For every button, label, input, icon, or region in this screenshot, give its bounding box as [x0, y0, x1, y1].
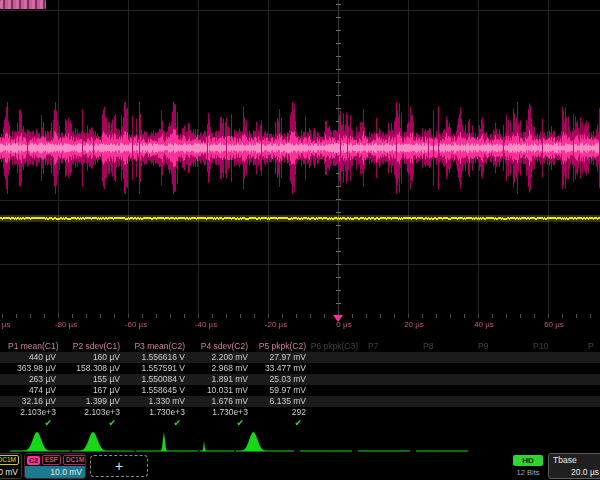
measure-cell: [580, 363, 600, 374]
measure-cell: 1.730e+3: [122, 407, 187, 418]
measure-cell: [470, 363, 525, 374]
measure-cell: [470, 374, 525, 385]
measure-cell: 2.968 mV: [187, 363, 250, 374]
top-left-trace-badge[interactable]: [0, 0, 46, 9]
time-axis-label: -40 µs: [184, 320, 228, 329]
histicon[interactable]: [300, 429, 352, 452]
measure-header[interactable]: P9: [470, 341, 525, 352]
measure-header[interactable]: P10: [525, 341, 580, 352]
histicon[interactable]: [10, 429, 70, 452]
graticule-area[interactable]: -100 µs-80 µs-60 µs-40 µs-20 µs0 µs20 µs…: [0, 0, 600, 335]
measure-cell: 32.16 µV: [8, 396, 58, 407]
measure-status: [308, 418, 360, 429]
measure-cell: 292: [250, 407, 308, 418]
measure-cell: [470, 407, 525, 418]
measure-cell: 1.556616 V: [122, 352, 187, 363]
measure-cell: 263 µV: [8, 374, 58, 385]
time-axis-label: -80 µs: [44, 320, 88, 329]
measure-cell: [308, 385, 360, 396]
trigger-position-icon[interactable]: [333, 315, 343, 322]
hd-mode-badge[interactable]: HD: [513, 455, 543, 466]
measure-cell: 33.477 mV: [250, 363, 308, 374]
measure-header[interactable]: P5 pkpk(C2): [250, 341, 308, 352]
tbase-scale-value: 20.0 µs: [549, 466, 600, 478]
measure-status: [470, 418, 525, 429]
measure-cell: [360, 385, 415, 396]
measure-cell: 2.103e+3: [58, 407, 122, 418]
time-axis-label: 60 µs: [532, 320, 576, 329]
measure-cell: [580, 352, 600, 363]
measure-column: P3 mean(C2)1.556616 V1.557591 V1.550084 …: [122, 341, 187, 429]
measure-cell: [360, 407, 415, 418]
measure-cell: [308, 352, 360, 363]
measure-column: P: [580, 341, 600, 429]
timebase-descriptor[interactable]: Tbase 20.0 µs: [548, 453, 600, 479]
measure-header[interactable]: P1 mean(C1): [8, 341, 58, 352]
measure-header[interactable]: P7: [360, 341, 415, 352]
measure-cell: 25.03 mV: [250, 374, 308, 385]
measure-cell: [308, 396, 360, 407]
measure-header[interactable]: P2 sdev(C1): [58, 341, 122, 352]
measure-cell: 474 µV: [8, 385, 58, 396]
plus-icon: +: [115, 458, 123, 474]
measure-cell: 1.550084 V: [122, 374, 187, 385]
measure-cell: 155 µV: [58, 374, 122, 385]
measure-cell: [415, 363, 470, 374]
measure-header[interactable]: P3 mean(C2): [122, 341, 187, 352]
add-trace-button[interactable]: +: [90, 455, 148, 477]
time-axis-label: 40 µs: [462, 320, 506, 329]
measure-cell: [415, 374, 470, 385]
measure-cell: [525, 396, 580, 407]
measure-header[interactable]: P: [580, 341, 600, 352]
measure-status: ✔: [8, 418, 58, 429]
c2-coupling-badge: DC1M: [63, 455, 86, 465]
measure-column: P5 pkpk(C2)27.97 mV33.477 mV25.03 mV59.9…: [250, 341, 308, 429]
time-axis-label: -100 µs: [0, 320, 19, 329]
measure-cell: 1.891 mV: [187, 374, 250, 385]
measure-cell: [470, 385, 525, 396]
measure-cell: 1.730e+3: [187, 407, 250, 418]
measure-cell: 59.97 mV: [250, 385, 308, 396]
measure-header[interactable]: P6 pkpk(C3): [308, 341, 360, 352]
c2-label: C2: [27, 456, 40, 465]
measure-cell: [360, 352, 415, 363]
channel-c2-descriptor[interactable]: C2 ESP DC1M 10.0 mV: [24, 453, 86, 479]
measure-cell: [525, 407, 580, 418]
histicon[interactable]: [236, 429, 294, 452]
tbase-label: Tbase: [549, 454, 600, 466]
descriptor-bar: DC1M 50.0 mV C2 ESP DC1M 10.0 mV + HD 12…: [0, 452, 600, 480]
measure-header[interactable]: P8: [415, 341, 470, 352]
histicon[interactable]: [416, 429, 468, 452]
measure-column: P8: [415, 341, 470, 429]
measure-column: P2 sdev(C1)160 µV158.308 µV155 µV167 µV1…: [58, 341, 122, 429]
measure-cell: 160 µV: [58, 352, 122, 363]
waveform-canvas[interactable]: [0, 0, 600, 335]
time-axis-label: 0 µs: [322, 320, 366, 329]
measure-cell: 2.200 mV: [187, 352, 250, 363]
histicon[interactable]: [72, 429, 134, 452]
c2-scale-value: 10.0 mV: [25, 466, 85, 478]
measure-cell: [415, 385, 470, 396]
measure-cell: 158.308 µV: [58, 363, 122, 374]
measure-column: P6 pkpk(C3): [308, 341, 360, 429]
channel-c1-descriptor[interactable]: DC1M 50.0 mV: [0, 453, 22, 479]
measure-status: ✔: [122, 418, 187, 429]
measure-cell: 6.135 mV: [250, 396, 308, 407]
measure-header[interactable]: P4 sdev(C2): [187, 341, 250, 352]
measure-cell: [308, 363, 360, 374]
measure-cell: 2.103e+3: [8, 407, 58, 418]
measure-cell: [360, 374, 415, 385]
measure-status: [580, 418, 600, 429]
measure-cell: [360, 396, 415, 407]
measure-status: [415, 418, 470, 429]
histicon[interactable]: [136, 429, 198, 452]
histicon[interactable]: [200, 429, 234, 452]
c2-esp-badge: ESP: [42, 455, 61, 465]
measure-cell: 1.676 mV: [187, 396, 250, 407]
measure-column: P9: [470, 341, 525, 429]
measure-status: [525, 418, 580, 429]
histicon[interactable]: [358, 429, 410, 452]
measure-cell: 1.557591 V: [122, 363, 187, 374]
measure-cell: 167 µV: [58, 385, 122, 396]
time-axis-label: -60 µs: [114, 320, 158, 329]
